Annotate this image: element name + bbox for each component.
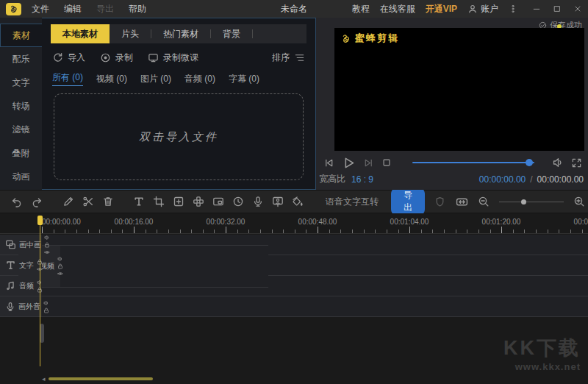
- track-volume-icon[interactable]: [57, 256, 63, 262]
- zoom-in-icon[interactable]: [573, 195, 586, 208]
- track-header-text[interactable]: 文字: [0, 255, 42, 275]
- split-scissors-icon[interactable]: [82, 195, 94, 208]
- aspect-ratio-value[interactable]: 16 : 9: [351, 174, 373, 185]
- menu-edit[interactable]: 编辑: [64, 3, 82, 15]
- sidebar-item-overlay[interactable]: 叠附: [0, 141, 42, 165]
- tab-background[interactable]: 背景: [211, 24, 252, 43]
- speech-text-convert-button[interactable]: 语音文字互转: [326, 196, 379, 208]
- tab-local-media[interactable]: 本地素材: [51, 24, 110, 43]
- close-button[interactable]: [573, 4, 582, 13]
- track-lane-video[interactable]: [60, 246, 268, 287]
- import-button[interactable]: 导入: [52, 51, 85, 64]
- tab-hot-media[interactable]: 热门素材: [151, 24, 210, 43]
- track-label: 音频: [19, 281, 34, 291]
- edit-pencil-icon[interactable]: [62, 195, 74, 208]
- sidebar-item-animation[interactable]: 动画: [0, 165, 42, 188]
- watermark-title: KK下载: [503, 335, 581, 361]
- bee-brand-icon: [340, 33, 351, 44]
- ruler-label: 00:00:48.00: [298, 218, 337, 226]
- horizontal-scrollbar[interactable]: [49, 377, 153, 380]
- text-tool-icon[interactable]: [133, 195, 145, 208]
- sidebar-item-music[interactable]: 配乐: [0, 47, 42, 71]
- zoom-clip-icon[interactable]: [173, 195, 184, 208]
- zoom-slider-track: [499, 202, 564, 202]
- timecode-separator: /: [530, 174, 532, 185]
- crop-tool-icon[interactable]: [153, 195, 165, 208]
- timeline-zoom-slider[interactable]: [499, 198, 564, 205]
- seek-track: [412, 162, 534, 163]
- tab-intro[interactable]: 片头: [110, 24, 151, 43]
- scroll-left-arrow[interactable]: ◂: [42, 375, 46, 383]
- support-link[interactable]: 在线客服: [380, 3, 415, 15]
- pip-tool-icon[interactable]: [212, 195, 224, 208]
- next-frame-button[interactable]: [363, 157, 374, 168]
- menu-file[interactable]: 文件: [32, 3, 49, 15]
- text-track-icon: [5, 260, 16, 271]
- zoom-out-icon[interactable]: [477, 195, 490, 208]
- fit-timeline-icon[interactable]: [455, 195, 468, 208]
- stop-button[interactable]: [381, 157, 392, 168]
- track-lane-voiceover[interactable]: [42, 296, 588, 316]
- track-list: 视频 画中画: [0, 235, 588, 317]
- fullscreen-icon[interactable]: [571, 157, 582, 168]
- track-lock-icon[interactable]: [44, 242, 50, 248]
- track-visibility-icon[interactable]: [44, 249, 50, 255]
- sidebar-item-media[interactable]: 素材: [0, 24, 42, 47]
- track-header-audio[interactable]: 音频: [0, 276, 42, 296]
- sidebar-item-transition[interactable]: 转场: [0, 94, 42, 118]
- track-volume-icon[interactable]: [43, 300, 49, 306]
- track-lock-icon[interactable]: [43, 307, 49, 313]
- sidebar: 素材 配乐 文字 转场 滤镜 叠附 动画: [0, 18, 42, 190]
- record-lesson-button[interactable]: 录制微课: [148, 51, 198, 64]
- voiceover-mic-icon[interactable]: [252, 195, 264, 208]
- pip-track-icon: [5, 239, 16, 250]
- sort-button[interactable]: 排序: [272, 51, 305, 64]
- sidebar-item-text[interactable]: 文字: [0, 71, 42, 94]
- filter-all[interactable]: 所有 (0): [52, 71, 83, 86]
- preview-panel: 保存成功 蜜蜂剪辑: [316, 18, 588, 190]
- volume-icon[interactable]: [552, 157, 564, 168]
- minimize-button[interactable]: [532, 4, 541, 13]
- redo-icon[interactable]: [31, 195, 43, 208]
- filter-audio[interactable]: 音频 (0): [184, 73, 215, 85]
- speed-clock-icon[interactable]: [232, 195, 244, 208]
- account-button[interactable]: 账户: [467, 3, 498, 15]
- track-volume-icon[interactable]: [44, 235, 50, 241]
- track-header-pip[interactable]: 画中画: [0, 235, 42, 255]
- track-header-voiceover[interactable]: 画外音: [0, 296, 42, 316]
- track-visibility-icon[interactable]: [57, 271, 63, 277]
- seek-slider[interactable]: [412, 159, 534, 166]
- previous-frame-button[interactable]: [323, 157, 334, 168]
- timeline-ruler[interactable]: 00:00:00.00 00:00:16.00 00:00:32.00 00:0…: [0, 213, 588, 234]
- zoom-slider-thumb[interactable]: [521, 199, 526, 205]
- tutorial-link[interactable]: 教程: [352, 3, 370, 15]
- menu-export[interactable]: 导出: [96, 3, 114, 15]
- presenter-tool-icon[interactable]: [272, 195, 284, 208]
- screen-record-icon: [148, 52, 159, 63]
- delete-trash-icon[interactable]: [102, 195, 114, 208]
- maximize-button[interactable]: [553, 4, 562, 13]
- menu-help[interactable]: 帮助: [129, 3, 146, 15]
- tab-divider: [252, 29, 253, 38]
- sidebar-item-filter[interactable]: 滤镜: [0, 118, 42, 141]
- import-dropzone[interactable]: 双击导入文件: [54, 93, 304, 180]
- mosaic-tool-icon[interactable]: [193, 195, 204, 208]
- export-button[interactable]: 导出: [391, 186, 425, 217]
- bee-logo-icon[interactable]: [6, 3, 21, 15]
- color-fill-icon[interactable]: [292, 195, 304, 208]
- preview-info-row: 宽高比 16 : 9 00:00:00.00 / 00:00:00.00: [319, 173, 584, 185]
- more-menu-icon[interactable]: [509, 4, 517, 14]
- video-viewport[interactable]: 蜜蜂剪辑: [334, 28, 584, 151]
- undo-icon[interactable]: [10, 195, 23, 208]
- seek-thumb[interactable]: [526, 159, 533, 166]
- magnet-snap-icon[interactable]: [433, 195, 446, 208]
- play-button[interactable]: [342, 156, 356, 170]
- filter-image[interactable]: 图片 (0): [140, 73, 171, 85]
- filter-video[interactable]: 视频 (0): [96, 73, 127, 85]
- filter-subtitle[interactable]: 字幕 (0): [229, 73, 259, 85]
- record-button[interactable]: 录制: [100, 51, 133, 64]
- titlebar: 文件 编辑 导出 帮助 未命名 教程 在线客服 开通VIP 账户: [0, 0, 588, 18]
- track-lock-icon[interactable]: [57, 263, 63, 269]
- watermark-url: www.kkx.net: [503, 361, 581, 372]
- vip-link[interactable]: 开通VIP: [426, 3, 457, 15]
